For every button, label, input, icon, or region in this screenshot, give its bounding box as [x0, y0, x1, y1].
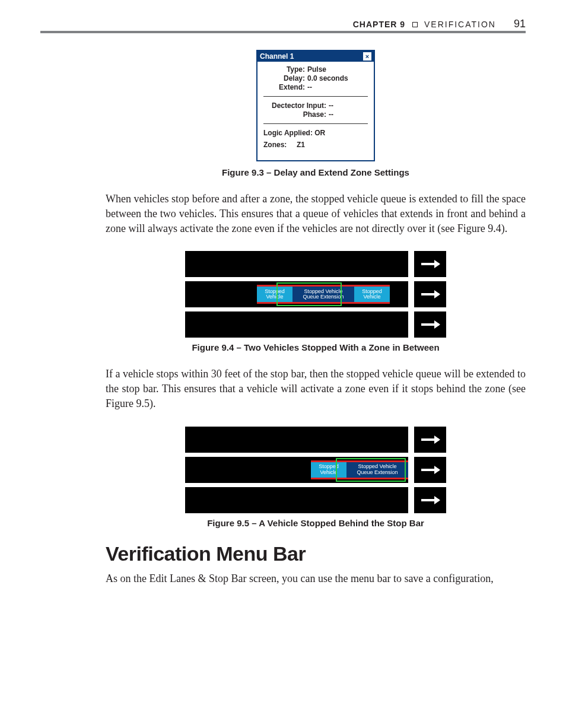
detector-value: -- — [329, 101, 333, 110]
panel-title: Channel 1 — [260, 52, 294, 61]
paragraph-3: As on the Edit Lanes & Stop Bar screen, … — [106, 571, 526, 586]
lane — [185, 427, 408, 453]
lane-arrow — [414, 281, 446, 307]
phase-label: Phase: — [263, 110, 329, 119]
phase-value: -- — [329, 110, 333, 119]
page-number: 91 — [514, 18, 526, 30]
panel-divider — [263, 96, 368, 97]
arrow-right-icon — [421, 438, 439, 441]
stopped-vehicle-label: StoppedVehicle — [354, 289, 390, 301]
panel-body: Type:Pulse Delay:0.0 seconds Extend:-- D… — [257, 62, 374, 160]
lane-arrow — [414, 251, 446, 277]
panel-titlebar: Channel 1 × — [257, 51, 374, 62]
zones-value: Z1 — [297, 141, 305, 149]
header-rule — [40, 31, 526, 33]
stopped-vehicle-block: StoppedVehicle — [354, 285, 390, 304]
type-value: Pulse — [307, 65, 326, 74]
arrow-right-icon — [421, 469, 439, 471]
lane — [185, 487, 408, 513]
lane-arrow — [414, 487, 446, 513]
section-heading: Verification Menu Bar — [106, 542, 526, 565]
lane: StoppedVehicle Stopped Vehicle Queue Ext… — [185, 457, 408, 483]
delay-value: 0.0 seconds — [307, 74, 348, 82]
extend-label: Extend: — [263, 83, 307, 91]
lane — [185, 311, 408, 338]
logic-applied: Logic Applied: OR — [263, 129, 368, 137]
separator-square-icon — [412, 22, 418, 27]
detection-zone — [276, 282, 342, 306]
zones-label: Zones: — [263, 141, 297, 149]
lane-arrow — [414, 311, 446, 338]
figure-9-3-caption: Figure 9.3 – Delay and Extend Zone Setti… — [106, 167, 526, 177]
channel-settings-panel: Channel 1 × Type:Pulse Delay:0.0 seconds… — [256, 50, 375, 161]
arrow-right-icon — [421, 263, 439, 265]
figure-9-4-caption: Figure 9.4 – Two Vehicles Stopped With a… — [106, 342, 526, 352]
figure-9-5-caption: Figure 9.5 – A Vehicle Stopped Behind th… — [106, 518, 526, 528]
figure-9-5: StoppedVehicle Stopped Vehicle Queue Ext… — [185, 427, 446, 513]
figure-9-4: StoppedVehicle Stopped Vehicle Queue Ext… — [185, 251, 446, 338]
arrow-right-icon — [421, 293, 439, 295]
section-name: VERIFICATION — [424, 20, 496, 29]
lane: StoppedVehicle Stopped Vehicle Queue Ext… — [185, 281, 408, 307]
lane — [185, 251, 408, 277]
paragraph-2: If a vehicle stops within 30 feet of the… — [106, 367, 526, 411]
page-header: CHAPTER 9 VERIFICATION 91 — [40, 18, 526, 30]
lane-arrow — [414, 457, 446, 483]
arrow-right-icon — [421, 499, 439, 501]
detection-zone — [336, 458, 406, 482]
type-label: Type: — [263, 65, 307, 74]
chapter-label: CHAPTER 9 — [353, 20, 405, 29]
panel-divider — [263, 123, 368, 124]
arrow-right-icon — [421, 323, 439, 326]
extend-value: -- — [307, 83, 312, 91]
lane-arrow — [414, 427, 446, 453]
delay-label: Delay: — [263, 74, 307, 82]
paragraph-1: When vehicles stop before and after a zo… — [106, 192, 526, 236]
close-icon[interactable]: × — [363, 52, 371, 61]
detector-label: Dectector Input: — [263, 101, 329, 110]
